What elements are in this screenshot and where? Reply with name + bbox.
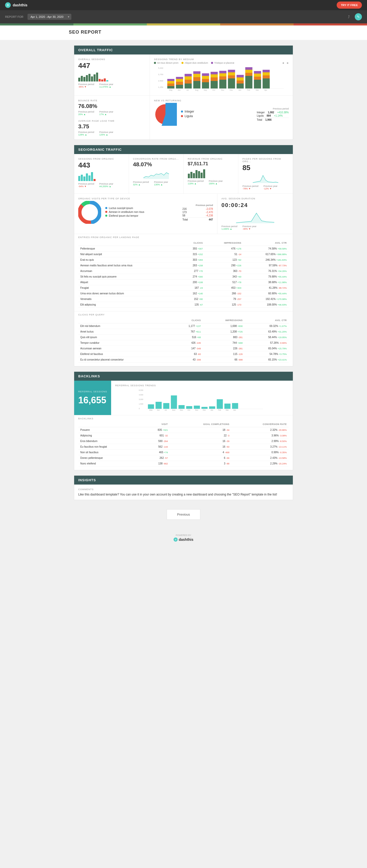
session-duration-block: AVG. SESSION DURATION 00:00:24 Previous … bbox=[217, 194, 293, 234]
bounce-rate-value: 76.08% bbox=[78, 103, 145, 110]
try-free-button[interactable]: TRY IT FREE bbox=[337, 2, 362, 9]
revenue-block: REVENUE FROM ORGANIC $7,511.71 Previous … bbox=[184, 154, 238, 193]
device-prev-label: Previous period bbox=[182, 204, 213, 207]
svg-rect-10 bbox=[176, 79, 183, 82]
device-legend: Luctus suscipit ipsum Aenean in vestibul… bbox=[105, 207, 178, 218]
seo-py-val: 44,200% bbox=[100, 185, 109, 188]
chart-nav-right[interactable]: ▶ bbox=[287, 62, 289, 64]
footer-icon: D bbox=[174, 537, 178, 541]
col-clicks: Clicks bbox=[179, 240, 205, 246]
row-ctr: 41.28% -98.72% bbox=[244, 285, 289, 291]
conversion-rate-block: CONVERSION RATE FROM ORGA... 48.07% Prev… bbox=[129, 154, 184, 193]
svg-rect-45 bbox=[254, 76, 261, 80]
mini-bar bbox=[91, 76, 93, 82]
row-name: Nunc eleifend bbox=[78, 461, 141, 466]
insights-title: INSIGHTS bbox=[74, 476, 293, 485]
bounce-rate-prev: Previous period 20% ▲ Previous year 17% … bbox=[78, 111, 145, 116]
seo-pp-label: Previous period bbox=[78, 183, 94, 185]
device-dot-1 bbox=[105, 207, 107, 209]
share-button[interactable]: ⤴ bbox=[345, 13, 352, 20]
nvr-integer-change: +410.38% bbox=[277, 111, 289, 114]
svg-rect-42 bbox=[246, 70, 253, 73]
mini-bar bbox=[104, 79, 106, 82]
svg-text:0: 0 bbox=[139, 408, 140, 409]
qcol-ctr: Avg. CTR bbox=[245, 317, 289, 323]
svg-rect-30 bbox=[220, 73, 227, 76]
device-name-3: Eleifend ipsum dui tempor bbox=[109, 214, 138, 217]
row-clicks: 277 +70 bbox=[179, 268, 205, 274]
svg-rect-79 bbox=[148, 404, 154, 409]
mini-bar bbox=[88, 176, 90, 181]
svg-text:1,250: 1,250 bbox=[158, 86, 164, 88]
table-row: Donec pellentesque 262 -57 6 -66 2.43% -… bbox=[78, 455, 289, 461]
pagination-area: Previous bbox=[74, 505, 293, 524]
table-row: Quis elit ipsum 516 +68 883 -281 58.44% … bbox=[78, 335, 289, 340]
avg-page-load-label: AVERAGE PAGE LOAD TIME bbox=[78, 120, 145, 122]
svg-rect-83 bbox=[179, 405, 185, 409]
svg-text:2,500: 2,500 bbox=[158, 80, 164, 82]
device-name-2: Aenean in vestibulum non risus bbox=[109, 211, 144, 213]
sessions-organic-block: SESSIONS FROM ORGANIC 443 Previous perio… bbox=[74, 154, 129, 193]
insights-section: INSIGHTS COMMENTS Like this dashboard te… bbox=[74, 475, 293, 500]
date-select[interactable]: Apr 1, 2020 - Apr 30, 2020 bbox=[28, 14, 72, 20]
backlinks-table: Visit Goal Completions Conversion Rate P… bbox=[78, 422, 289, 466]
row-clicks: 152 +80 bbox=[179, 297, 205, 302]
revenue-label: REVENUE FROM ORGANIC bbox=[188, 158, 234, 160]
date-range-selector[interactable]: Apr 1, 2020 - Apr 30, 2020 bbox=[28, 14, 72, 20]
row-ctr: 60.90% +55.44% bbox=[244, 291, 289, 297]
avg-py-label: Previous year bbox=[100, 131, 113, 133]
table-row: Adipiscing 601 -32 22 -3 3.96% -3.08% bbox=[78, 433, 289, 438]
qcol-clicks: Clicks bbox=[171, 317, 203, 323]
table-row: Aliquet 200 +108 517 +78 38.68% +11.98% bbox=[78, 280, 289, 285]
svg-rect-38 bbox=[237, 78, 244, 81]
svg-rect-17 bbox=[193, 77, 201, 81]
svg-rect-24 bbox=[211, 81, 218, 89]
row-impressions: 1,208 +725 bbox=[203, 329, 245, 335]
row-clicks: 187 -23 bbox=[179, 285, 205, 291]
sessions-organic-label: SESSIONS FROM ORGANIC bbox=[78, 158, 124, 160]
svg-rect-25 bbox=[211, 78, 218, 81]
avg-pp-value: 128% bbox=[78, 133, 84, 136]
svg-rect-29 bbox=[220, 76, 227, 80]
mini-bar bbox=[93, 74, 95, 82]
powered-by-text: POWERED BY bbox=[176, 534, 191, 536]
row-conv: 2.32% -20.86% bbox=[231, 427, 289, 433]
avg-page-load-block: AVERAGE PAGE LOAD TIME 3.75 Previous per… bbox=[78, 120, 145, 136]
mini-bar bbox=[101, 80, 103, 82]
edit-button[interactable]: ✎ bbox=[355, 13, 362, 20]
svg-text:Oct: Oct bbox=[213, 89, 215, 91]
row-name: Amet luctus bbox=[78, 329, 171, 335]
table-row: Nisl aliquet suscipit 315 +152 51 -14 61… bbox=[78, 252, 289, 257]
chart-nav-left[interactable]: ◀ bbox=[282, 62, 284, 64]
integer-dot bbox=[181, 111, 183, 113]
table-row: Aenean mattis faucibus amet luctus urna … bbox=[78, 263, 289, 268]
row-name: Aenean mattis faucibus amet luctus urna … bbox=[78, 263, 179, 268]
row-visit: 562 -144 bbox=[141, 444, 170, 450]
backlinks-table-title: BACKLINKS bbox=[78, 417, 289, 420]
overall-sessions-value: 447 bbox=[78, 62, 145, 70]
svg-rect-82 bbox=[171, 396, 177, 409]
svg-rect-37 bbox=[237, 81, 244, 84]
device-total-row: Total 447 bbox=[182, 217, 213, 221]
dv1c: -2,078 bbox=[206, 208, 213, 210]
row-impressions: 226 -281 bbox=[203, 346, 245, 351]
legend-item-1: Sit risus dictum prom bbox=[154, 62, 178, 64]
svg-text:Mar: Mar bbox=[256, 89, 259, 91]
dv-total-val: 447 bbox=[209, 218, 213, 221]
row-name: Tempor curabitur bbox=[78, 340, 171, 346]
svg-rect-5 bbox=[167, 84, 175, 86]
svg-rect-31 bbox=[220, 71, 227, 73]
row-conv: 2.29% -15.24% bbox=[231, 461, 289, 466]
backlinks-trend-block: REFERRAL SESSIONS TRENDS 6,000 4,500 3,0… bbox=[111, 381, 293, 415]
row-clicks: 355 +307 bbox=[179, 246, 205, 252]
row-ctr: 108.00% +46.93% bbox=[244, 302, 289, 308]
mini-bar bbox=[91, 172, 93, 181]
svg-rect-11 bbox=[176, 77, 183, 79]
device-row-1: 216 -2,078 bbox=[182, 208, 213, 210]
svg-rect-89 bbox=[225, 404, 231, 409]
svg-rect-48 bbox=[263, 79, 270, 89]
seo-organic-section: SEO/ORGANIC TRAFFIC SESSIONS FROM ORGANI… bbox=[74, 145, 293, 366]
prev-period-label: Previous period bbox=[78, 83, 94, 86]
device-block: ORGANIC VISITS PER TYPE OF DEVICE Luctus… bbox=[74, 194, 217, 234]
previous-button[interactable]: Previous bbox=[167, 509, 201, 520]
